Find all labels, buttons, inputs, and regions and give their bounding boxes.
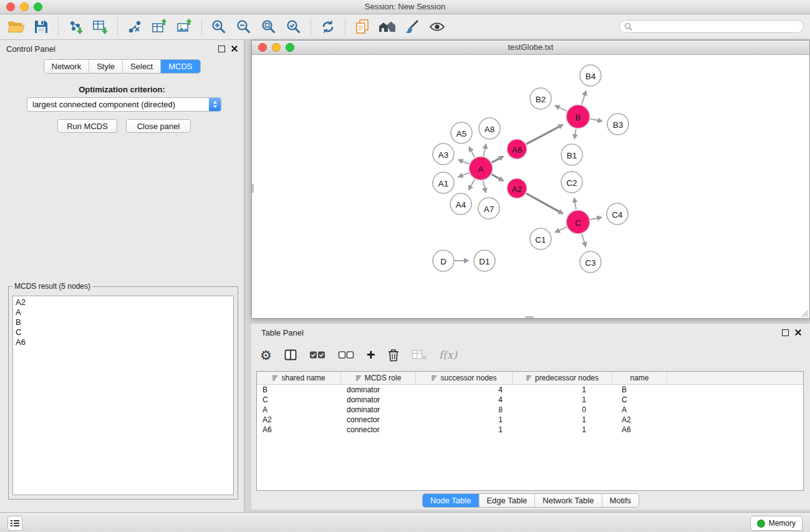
show-panel-list-button[interactable] — [7, 516, 22, 531]
open-file-button[interactable] — [4, 16, 29, 37]
node-C1[interactable]: C1 — [530, 228, 551, 249]
node-C3[interactable]: C3 — [580, 251, 601, 273]
edge-A-A7[interactable] — [483, 181, 486, 193]
node-D[interactable]: D — [433, 250, 454, 271]
column-header-shared-name[interactable]: shared name — [257, 372, 341, 384]
float-table-panel-icon[interactable] — [782, 329, 789, 336]
node-B4[interactable]: B4 — [580, 65, 601, 86]
close-panel-icon[interactable] — [231, 45, 238, 52]
edge-A-A5[interactable] — [469, 147, 475, 158]
show-columns-button[interactable] — [284, 346, 297, 364]
zoom-selected-button[interactable] — [281, 16, 306, 37]
node-A7[interactable]: A7 — [478, 198, 499, 219]
optimization-criterion-select[interactable]: largest connected component (directed) — [27, 97, 221, 112]
delete-column-button[interactable] — [388, 346, 399, 364]
result-item[interactable]: A6 — [13, 337, 233, 347]
save-session-button[interactable] — [29, 16, 54, 37]
edge-C-C3[interactable] — [582, 234, 586, 246]
tab-style[interactable]: Style — [89, 60, 122, 73]
edge-A-A6[interactable] — [492, 157, 503, 163]
search-field[interactable] — [619, 20, 804, 33]
edge-C-C4[interactable] — [591, 217, 602, 220]
memory-indicator[interactable]: Memory — [750, 516, 803, 531]
edge-C-C1[interactable] — [556, 227, 567, 232]
table-row[interactable]: B dominator 4 1 B — [257, 385, 803, 395]
node-B[interactable]: B — [566, 105, 590, 128]
tab-motifs[interactable]: Motifs — [601, 494, 639, 507]
node-A2[interactable]: A2 — [507, 178, 527, 198]
window-titlebar[interactable]: Session: New Session — [0, 0, 810, 14]
apply-layout-button[interactable] — [316, 16, 340, 37]
tab-select[interactable]: Select — [122, 60, 160, 73]
run-mcds-button[interactable]: Run MCDS — [57, 119, 117, 133]
network-canvas[interactable]: B4B2BB3A8A5A6B1A3AC2A1A2A4A7C4CC1C3DD1 — [252, 55, 809, 318]
node-A3[interactable]: A3 — [433, 143, 454, 165]
column-header-name[interactable]: name — [612, 372, 667, 384]
delete-table-button-disabled[interactable] — [412, 346, 427, 364]
result-item[interactable]: C — [13, 327, 233, 337]
import-table-button[interactable] — [88, 16, 113, 37]
open-session-panel-button[interactable] — [350, 16, 375, 37]
edge-B-B3[interactable] — [591, 119, 602, 122]
column-header-predecessor-nodes[interactable]: predecessor nodes — [513, 372, 612, 384]
table-row[interactable]: C dominator 4 1 C — [257, 395, 803, 405]
zoom-fit-button[interactable] — [256, 16, 281, 37]
node-C[interactable]: C — [566, 210, 590, 234]
deselect-all-rows-button[interactable] — [338, 346, 354, 364]
node-C2[interactable]: C2 — [561, 172, 582, 193]
edge-A-A4[interactable] — [469, 179, 475, 190]
export-image-button[interactable] — [172, 16, 197, 37]
edge-A2-C[interactable] — [526, 193, 563, 213]
edge-A-A2[interactable] — [492, 175, 504, 181]
edge-B-B1[interactable] — [574, 129, 576, 139]
node-A4[interactable]: A4 — [450, 193, 471, 215]
node-A6[interactable]: A6 — [507, 139, 527, 159]
result-item[interactable]: B — [13, 317, 233, 327]
edge-A-A3[interactable] — [458, 160, 469, 164]
node-C4[interactable]: C4 — [607, 203, 628, 225]
node-D1[interactable]: D1 — [474, 250, 495, 271]
resize-grip[interactable] — [801, 309, 809, 317]
close-panel-button[interactable]: Close panel — [126, 119, 191, 133]
tab-mcds[interactable]: MCDS — [160, 60, 200, 73]
function-builder-button-disabled[interactable]: f(x) — [439, 346, 457, 364]
tab-node-table[interactable]: Node Table — [423, 494, 479, 507]
edge-B-B4[interactable] — [582, 91, 586, 105]
table-row[interactable]: A dominator 8 0 A — [257, 405, 803, 415]
network-canvas-area[interactable]: B4B2BB3A8A5A6B1A3AC2A1A2A4A7C4CC1C3DD1 — [252, 55, 809, 318]
close-table-panel-icon[interactable] — [794, 329, 801, 336]
table-row[interactable]: A2 connector 1 1 A2 — [257, 415, 803, 425]
node-A[interactable]: A — [469, 157, 493, 180]
select-all-rows-button[interactable] — [309, 346, 325, 364]
import-network-button[interactable] — [63, 16, 88, 37]
edge-A6-B[interactable] — [526, 125, 562, 144]
window-edge-grip[interactable] — [252, 184, 254, 193]
float-panel-icon[interactable] — [218, 46, 225, 52]
result-item[interactable]: A2 — [13, 297, 233, 307]
tab-network[interactable]: Network — [44, 60, 89, 73]
zoom-out-button[interactable] — [231, 16, 256, 37]
home-networks-button[interactable] — [375, 16, 400, 37]
search-input[interactable] — [632, 21, 803, 32]
table-row[interactable]: A6 connector 1 1 A6 — [257, 425, 803, 435]
export-network-button[interactable] — [122, 16, 147, 37]
node-A5[interactable]: A5 — [451, 122, 472, 143]
node-A1[interactable]: A1 — [433, 172, 454, 193]
zoom-in-button[interactable] — [206, 16, 231, 37]
node-B1[interactable]: B1 — [561, 144, 582, 165]
show-hide-button[interactable] — [425, 16, 450, 37]
tab-network-table[interactable]: Network Table — [534, 494, 601, 507]
table-settings-button[interactable]: ⚙ — [260, 346, 272, 364]
edge-A-A1[interactable] — [458, 173, 469, 177]
node-B2[interactable]: B2 — [530, 88, 551, 109]
style-brush-button[interactable] — [400, 16, 425, 37]
edge-C-C2[interactable] — [574, 198, 576, 210]
column-header-successor-nodes[interactable]: successor nodes — [416, 372, 513, 384]
mcds-result-list[interactable]: A2 A B C A6 — [12, 296, 234, 495]
node-A8[interactable]: A8 — [479, 118, 500, 139]
network-window-titlebar[interactable]: testGlobe.txt — [252, 41, 809, 55]
tab-edge-table[interactable]: Edge Table — [478, 494, 534, 507]
add-column-button[interactable]: + — [367, 346, 375, 364]
result-item[interactable]: A — [13, 307, 233, 317]
column-header-mcds-role[interactable]: MCDS role — [341, 372, 416, 384]
